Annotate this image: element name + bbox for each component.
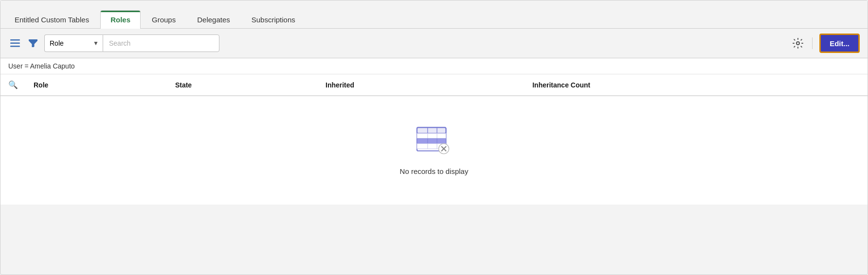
toolbar-left: Role ▼ bbox=[8, 34, 786, 52]
svg-point-3 bbox=[796, 42, 799, 45]
col-search: 🔍 bbox=[0, 74, 26, 96]
svg-rect-1 bbox=[10, 43, 20, 44]
tab-groups[interactable]: Groups bbox=[142, 10, 186, 29]
col-inherited: Inherited bbox=[318, 74, 524, 96]
svg-rect-8 bbox=[417, 134, 446, 139]
filter-indicator-text: User = Amelia Caputo bbox=[8, 62, 75, 70]
tab-entitled-custom-tables[interactable]: Entitled Custom Tables bbox=[4, 10, 99, 29]
col-state: State bbox=[167, 74, 318, 96]
app-container: Entitled Custom Tables Roles Groups Dele… bbox=[0, 0, 868, 275]
toolbar: Role ▼ Edit... bbox=[0, 29, 868, 58]
search-input[interactable] bbox=[103, 34, 219, 52]
svg-rect-2 bbox=[10, 46, 20, 47]
column-search-icon[interactable]: 🔍 bbox=[8, 81, 18, 89]
svg-rect-5 bbox=[417, 127, 446, 133]
tab-delegates[interactable]: Delegates bbox=[187, 10, 240, 29]
col-role: Role bbox=[26, 74, 167, 96]
no-records-icon bbox=[415, 125, 453, 159]
toolbar-divider bbox=[812, 37, 813, 49]
table-body: No records to display bbox=[0, 96, 868, 205]
empty-state-row: No records to display bbox=[0, 96, 868, 205]
tab-subscriptions[interactable]: Subscriptions bbox=[241, 10, 306, 29]
svg-rect-11 bbox=[417, 138, 446, 144]
empty-state: No records to display bbox=[0, 96, 868, 205]
role-dropdown[interactable]: Role bbox=[44, 34, 103, 52]
filter-button[interactable] bbox=[27, 37, 39, 49]
tab-roles[interactable]: Roles bbox=[100, 10, 141, 29]
edit-button[interactable]: Edit... bbox=[819, 34, 860, 53]
col-inheritance-count: Inheritance Count bbox=[524, 74, 868, 96]
filter-search-group: Role ▼ bbox=[44, 34, 219, 52]
settings-button[interactable] bbox=[791, 36, 805, 51]
toolbar-right: Edit... bbox=[791, 34, 860, 53]
data-table: 🔍 Role State Inherited Inheritance Count bbox=[0, 74, 868, 205]
svg-rect-0 bbox=[10, 39, 20, 41]
table-header-row: 🔍 Role State Inherited Inheritance Count bbox=[0, 74, 868, 96]
no-records-text: No records to display bbox=[400, 167, 469, 175]
menu-button[interactable] bbox=[8, 37, 22, 49]
table-wrapper: 🔍 Role State Inherited Inheritance Count bbox=[0, 74, 868, 205]
empty-state-cell: No records to display bbox=[0, 96, 868, 205]
role-dropdown-wrapper: Role ▼ bbox=[44, 34, 103, 52]
filter-indicator: User = Amelia Caputo bbox=[0, 58, 868, 74]
tab-bar: Entitled Custom Tables Roles Groups Dele… bbox=[0, 0, 868, 29]
